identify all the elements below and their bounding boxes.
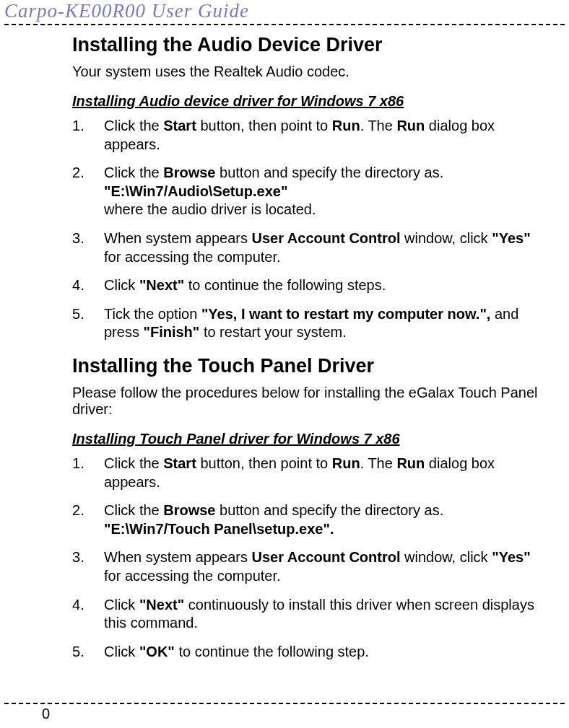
step-bold: User Account Control: [252, 549, 401, 565]
step-bold: "OK": [139, 644, 175, 659]
step-item: Click "OK" to continue the following ste…: [72, 643, 547, 662]
step-bold: "Finish": [143, 324, 199, 340]
step-item: Click the Start button, then point to Ru…: [72, 117, 547, 154]
content-area: Installing the Audio Device Driver Your …: [0, 34, 569, 661]
step-bold: "E:\Win7/Audio\Setup.exe": [104, 183, 287, 199]
footer: 0: [0, 703, 569, 722]
subsection-heading-touch: Installing Touch Panel driver for Window…: [72, 431, 547, 447]
step-text: to continue the following step.: [175, 644, 369, 659]
step-item: Click the Browse button and specify the …: [72, 164, 547, 219]
document-header-title: Carpo-KE00R00 User Guide: [0, 0, 569, 24]
step-bold: Start: [163, 118, 196, 133]
step-text: for accessing the computer.: [104, 249, 281, 265]
step-text: button, then point to: [196, 455, 332, 471]
step-bold: "Next": [139, 277, 184, 293]
step-bold: Browse: [163, 165, 215, 180]
step-text: Click the: [104, 455, 163, 471]
step-text: . The: [360, 455, 397, 471]
step-text: Click the: [104, 118, 163, 133]
step-text: When system appears: [104, 230, 252, 246]
page-number: 0: [0, 706, 569, 722]
section-heading-touch: Installing the Touch Panel Driver: [72, 355, 547, 377]
steps-list-touch: Click the Start button, then point to Ru…: [72, 455, 547, 661]
subsection-heading-audio: Installing Audio device driver for Windo…: [72, 93, 547, 110]
step-bold: "Yes": [492, 549, 530, 565]
step-text: to continue the following steps.: [184, 277, 386, 293]
header-divider: [4, 24, 565, 25]
steps-list-audio: Click the Start button, then point to Ru…: [72, 117, 547, 342]
step-item: Click "Next" to continue the following s…: [72, 276, 547, 295]
page: Carpo-KE00R00 User Guide Installing the …: [0, 0, 569, 728]
step-item: When system appears User Account Control…: [72, 229, 547, 266]
step-bold: Start: [163, 455, 196, 471]
section-heading-audio: Installing the Audio Device Driver: [72, 34, 547, 56]
step-text: where the audio driver is located.: [104, 201, 316, 217]
section-intro-audio: Your system uses the Realtek Audio codec…: [72, 63, 547, 80]
step-bold: Run: [396, 455, 425, 471]
step-bold: "Next": [139, 597, 184, 613]
step-text: . The: [360, 118, 397, 133]
step-text: Click: [104, 597, 139, 613]
step-text: Click: [104, 277, 139, 293]
step-text: button and specify the directory as.: [216, 165, 444, 180]
step-text: Click the: [104, 502, 163, 518]
step-text: button, then point to: [196, 118, 332, 133]
step-text: Click: [104, 644, 139, 659]
footer-divider: [4, 703, 565, 704]
step-item: Click "Next" continuously to install thi…: [72, 596, 547, 633]
step-item: Click the Start button, then point to Ru…: [72, 455, 547, 491]
step-item: Click the Browse button and specify the …: [72, 501, 547, 538]
step-text: window, click: [400, 549, 492, 565]
step-bold: Browse: [163, 502, 215, 518]
step-text: window, click: [400, 230, 492, 246]
step-text: for accessing the computer.: [104, 568, 281, 584]
section-intro-touch: Please follow the procedures below for i…: [72, 385, 547, 418]
step-text: to restart your system.: [199, 324, 346, 340]
step-bold: "E:\Win7/Touch Panel\setup.exe".: [104, 521, 334, 537]
step-bold: Run: [332, 455, 360, 471]
step-text: button and specify the directory as.: [216, 502, 444, 518]
step-bold: Run: [396, 118, 425, 133]
step-item: When system appears User Account Control…: [72, 548, 547, 585]
step-bold: User Account Control: [252, 230, 401, 246]
step-bold: "Yes, I want to restart my computer now.…: [201, 306, 491, 322]
step-bold: Run: [332, 118, 360, 133]
step-text: Click the: [104, 165, 163, 180]
step-item: Tick the option "Yes, I want to restart …: [72, 305, 547, 342]
step-text: When system appears: [104, 549, 252, 565]
step-text: Tick the option: [104, 306, 201, 322]
step-bold: "Yes": [492, 230, 530, 246]
